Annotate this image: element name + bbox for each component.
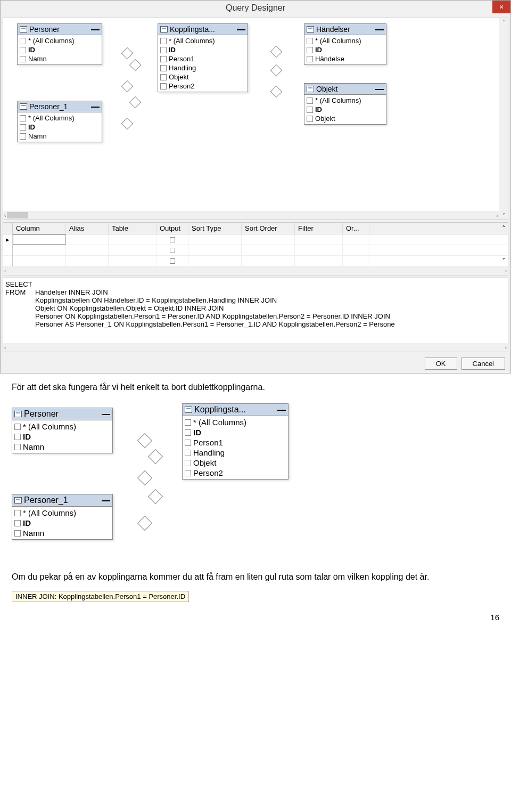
minimize-icon[interactable]	[277, 409, 286, 411]
join-diamond-icon[interactable]	[148, 489, 163, 504]
scroll-up-icon[interactable]: ˄	[499, 224, 508, 232]
table-col[interactable]: ID	[14, 432, 110, 442]
grid-col-header[interactable]: Column	[13, 223, 66, 233]
grid-col-header[interactable]: Table	[109, 223, 156, 233]
minimize-icon[interactable]	[102, 499, 110, 501]
table-col[interactable]: Handling	[185, 448, 286, 458]
table-col[interactable]: Person2	[160, 82, 245, 91]
scroll-thumb[interactable]	[7, 212, 28, 218]
minimize-icon[interactable]	[237, 28, 245, 30]
table-header[interactable]: Händelser	[304, 24, 386, 35]
table-col[interactable]: * (All Columns)	[14, 421, 110, 432]
table-col[interactable]: * (All Columns)	[307, 36, 384, 45]
table-col[interactable]: Objekt	[185, 458, 286, 468]
minimize-icon[interactable]	[375, 28, 384, 30]
table-col[interactable]: Handling	[160, 63, 245, 72]
table-header[interactable]: Kopplingsta...	[183, 404, 288, 416]
criteria-grid[interactable]: Column Alias Table Output Sort Type Sort…	[3, 222, 508, 275]
grid-col-header[interactable]: Sort Type	[188, 223, 242, 233]
table-personer[interactable]: Personer * (All Columns) ID Namn	[17, 23, 102, 65]
table-col[interactable]: * (All Columns)	[160, 36, 245, 45]
diagram-pane[interactable]: Personer * (All Columns) ID Namn Persone…	[3, 18, 508, 220]
table-col[interactable]: Person1	[185, 437, 286, 448]
join-diamond-icon[interactable]	[121, 80, 134, 93]
table-col[interactable]: ID	[160, 45, 245, 54]
minimize-icon[interactable]	[102, 413, 110, 415]
close-icon[interactable]: ×	[492, 1, 510, 13]
ok-button[interactable]: OK	[425, 358, 457, 370]
table-header[interactable]: Personer_1	[18, 101, 102, 112]
grid-col-header[interactable]: Filter	[295, 223, 343, 233]
table-col[interactable]: Namn	[20, 54, 100, 63]
table-col[interactable]: ID	[14, 518, 110, 528]
minimize-icon[interactable]	[91, 105, 100, 108]
table-col[interactable]: Namn	[14, 528, 110, 538]
output-checkbox[interactable]	[170, 237, 175, 242]
table-col[interactable]: Namn	[14, 442, 110, 452]
table-col[interactable]: * (All Columns)	[14, 508, 110, 518]
table-header[interactable]: Personer	[18, 24, 102, 35]
grid-row[interactable]: ˅	[3, 256, 508, 266]
table-col[interactable]: Händelse	[307, 54, 384, 63]
table-col[interactable]: Objekt	[160, 72, 245, 82]
horizontal-scrollbar[interactable]: ‹ ›	[3, 266, 508, 275]
join-diamond-icon[interactable]	[270, 46, 283, 58]
grid-row[interactable]: ▸	[3, 234, 508, 245]
join-diamond-icon[interactable]	[137, 516, 152, 531]
table-col[interactable]: Namn	[20, 132, 100, 141]
table-col[interactable]: ID	[20, 45, 100, 54]
table-personer-1[interactable]: Personer_1 * (All Columns) ID Namn	[17, 101, 102, 142]
table-personer-1[interactable]: Personer_1 * (All Columns) ID Namn	[12, 494, 113, 540]
horizontal-scrollbar[interactable]: ‹ ›	[3, 343, 508, 352]
table-col[interactable]: * (All Columns)	[20, 113, 100, 123]
scroll-up-icon[interactable]: ˄	[502, 19, 505, 25]
join-diamond-icon[interactable]	[137, 433, 152, 448]
join-diamond-icon[interactable]	[129, 96, 142, 109]
table-kopplingstabellen[interactable]: Kopplingsta... * (All Columns) ID Person…	[158, 23, 248, 92]
table-header[interactable]: Personer_1	[12, 494, 112, 507]
grid-col-header[interactable]: Alias	[66, 223, 109, 233]
table-col[interactable]: ID	[307, 45, 384, 54]
cancel-button[interactable]: Cancel	[461, 358, 505, 370]
join-diamond-icon[interactable]	[270, 86, 283, 98]
output-checkbox[interactable]	[170, 248, 175, 253]
table-header[interactable]: Kopplingsta...	[158, 24, 248, 35]
scroll-left-icon[interactable]: ‹	[4, 268, 6, 274]
grid-row[interactable]	[3, 245, 508, 256]
scroll-left-icon[interactable]: ‹	[4, 213, 6, 218]
scroll-down-icon[interactable]: ˅	[502, 213, 505, 218]
row-selector-icon[interactable]: ▸	[3, 234, 13, 245]
table-col[interactable]: Person1	[160, 54, 245, 63]
table-header[interactable]: Objekt	[304, 84, 386, 95]
table-header[interactable]: Personer	[12, 408, 112, 420]
table-col[interactable]: ID	[307, 105, 384, 114]
join-diamond-icon[interactable]	[270, 64, 283, 77]
output-checkbox[interactable]	[170, 258, 175, 264]
table-col[interactable]: * (All Columns)	[185, 417, 286, 427]
table-col[interactable]: Person2	[185, 468, 286, 478]
table-col[interactable]: ID	[20, 123, 100, 132]
scroll-right-icon[interactable]: ›	[505, 268, 507, 274]
minimize-icon[interactable]	[375, 88, 384, 90]
table-kopplingstabellen[interactable]: Kopplingsta... * (All Columns) ID Person…	[182, 403, 289, 480]
scroll-left-icon[interactable]: ‹	[4, 345, 6, 351]
horizontal-scrollbar[interactable]: ‹ ›	[3, 211, 499, 220]
scroll-right-icon[interactable]: ›	[497, 213, 498, 218]
sql-pane[interactable]: SELECT FROMHändelser INNER JOIN Koppling…	[3, 278, 508, 352]
table-col[interactable]: Objekt	[307, 114, 384, 123]
table-handelser[interactable]: Händelser * (All Columns) ID Händelse	[304, 23, 386, 65]
grid-col-header[interactable]: Sort Order	[242, 223, 295, 233]
join-diamond-icon[interactable]	[148, 449, 163, 464]
table-col[interactable]: ID	[185, 427, 286, 437]
table-col[interactable]: * (All Columns)	[20, 36, 100, 45]
table-objekt[interactable]: Objekt * (All Columns) ID Objekt	[304, 83, 386, 125]
table-personer[interactable]: Personer * (All Columns) ID Namn	[12, 408, 113, 453]
minimize-icon[interactable]	[91, 28, 100, 30]
grid-col-header[interactable]: Output	[156, 223, 188, 233]
scroll-right-icon[interactable]: ›	[505, 345, 507, 351]
join-diamond-icon[interactable]	[121, 118, 134, 130]
scroll-down-icon[interactable]: ˅	[499, 257, 508, 265]
grid-col-header[interactable]: Or...	[343, 223, 369, 233]
vertical-scrollbar[interactable]: ˄ ˅	[499, 18, 508, 220]
table-col[interactable]: * (All Columns)	[307, 96, 384, 105]
